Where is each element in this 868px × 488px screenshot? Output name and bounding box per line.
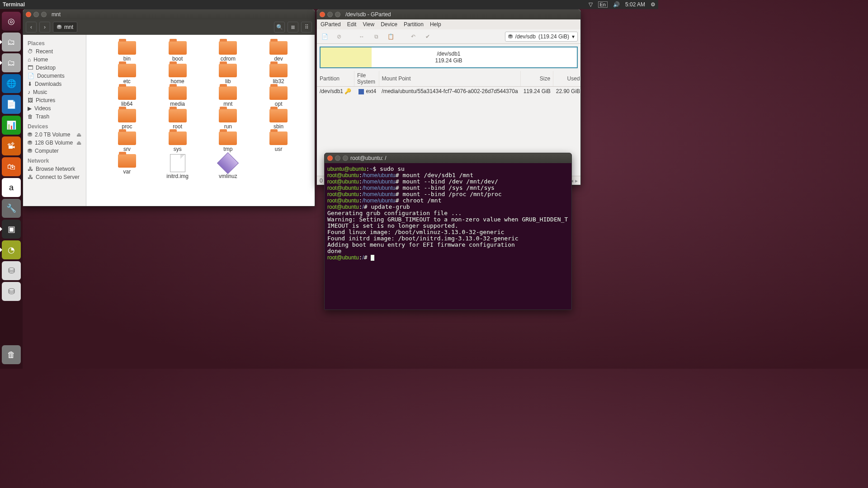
clock[interactable]: 5:02 AM bbox=[625, 1, 645, 8]
view-grid-button[interactable]: ⠿ bbox=[301, 22, 312, 33]
col-header[interactable]: Size bbox=[521, 71, 553, 87]
sound-icon[interactable]: 🔊 bbox=[613, 1, 620, 8]
minimize-icon[interactable] bbox=[335, 155, 340, 161]
launcher-calc[interactable]: 📊 bbox=[2, 116, 21, 135]
file-item[interactable]: lib bbox=[203, 64, 254, 84]
file-item[interactable]: initrd.img bbox=[152, 154, 203, 179]
file-item[interactable]: sbin bbox=[253, 109, 304, 130]
minimize-icon[interactable] bbox=[327, 12, 333, 17]
sidebar-item-trash[interactable]: 🗑Trash bbox=[25, 113, 84, 121]
undo-icon[interactable]: ↶ bbox=[408, 32, 418, 42]
menu-view[interactable]: View bbox=[363, 21, 374, 28]
table-row[interactable]: /dev/sdb1 🔑ext4/media/ubuntu/55a31434-fc… bbox=[317, 87, 581, 96]
sidebar-item-recent[interactable]: ⏱Recent bbox=[25, 47, 84, 56]
close-icon[interactable] bbox=[26, 12, 31, 17]
launcher-software-center[interactable]: 🛍 bbox=[2, 157, 21, 176]
sidebar-item-desktop[interactable]: 🗔Desktop bbox=[25, 64, 84, 72]
maximize-icon[interactable] bbox=[335, 12, 340, 17]
paste-icon[interactable]: 📋 bbox=[386, 32, 396, 42]
file-item[interactable]: dev bbox=[253, 41, 304, 62]
maximize-icon[interactable] bbox=[343, 155, 348, 161]
launcher-terminal[interactable]: ▣ bbox=[2, 220, 21, 239]
network-icon[interactable]: ▽ bbox=[589, 1, 593, 8]
copy-icon[interactable]: ⧉ bbox=[371, 32, 381, 42]
sidebar-device[interactable]: ⛃Computer bbox=[25, 147, 84, 155]
launcher-gparted[interactable]: ◔ bbox=[2, 240, 21, 259]
col-header[interactable]: File System bbox=[354, 71, 379, 87]
menu-partition[interactable]: Partition bbox=[404, 21, 424, 28]
device-selector[interactable]: ⛃ /dev/sdb (119.24 GiB) ▾ bbox=[505, 32, 578, 42]
launcher-files[interactable]: 🗂 bbox=[2, 33, 21, 52]
close-icon[interactable] bbox=[327, 155, 333, 161]
dash-icon[interactable]: ◎ bbox=[2, 12, 21, 31]
launcher-writer[interactable]: 📄 bbox=[2, 95, 21, 114]
file-item[interactable]: root bbox=[152, 109, 203, 130]
file-item[interactable]: lib32 bbox=[253, 64, 304, 84]
sidebar-item-pictures[interactable]: 🖼Pictures bbox=[25, 96, 84, 104]
icon-view[interactable]: binbootcdromdevetchomeliblib32lib64media… bbox=[86, 35, 315, 206]
menu-device[interactable]: Device bbox=[381, 21, 397, 28]
partition-graph[interactable]: /dev/sdb1 119.24 GiB bbox=[320, 47, 578, 68]
file-item[interactable]: mnt bbox=[203, 86, 254, 107]
file-item[interactable]: proc bbox=[102, 109, 152, 130]
view-list-button[interactable]: ≣ bbox=[288, 22, 298, 33]
sidebar-device[interactable]: ⛃128 GB Volume⏏ bbox=[25, 139, 84, 147]
file-item[interactable]: tmp bbox=[203, 131, 254, 152]
sidebar-item-documents[interactable]: 📄Documents bbox=[25, 72, 84, 80]
file-item[interactable]: etc bbox=[102, 64, 152, 84]
file-item[interactable]: opt bbox=[253, 86, 304, 107]
launcher-amazon[interactable]: a bbox=[2, 178, 21, 197]
file-item[interactable]: home bbox=[152, 64, 203, 84]
resize-icon[interactable]: ↔ bbox=[357, 32, 367, 42]
launcher-firefox[interactable]: 🌐 bbox=[2, 74, 21, 93]
session-icon[interactable]: ⚙ bbox=[651, 1, 656, 8]
maximize-icon[interactable] bbox=[41, 12, 47, 17]
new-partition-icon[interactable]: 📄 bbox=[320, 32, 330, 42]
hscroll-right-icon[interactable]: ▸ bbox=[575, 178, 578, 184]
apply-icon[interactable]: ✔ bbox=[423, 32, 433, 42]
col-header[interactable]: Partition bbox=[317, 71, 354, 87]
launcher-trash[interactable]: 🗑 bbox=[2, 345, 21, 364]
gparted-titlebar[interactable]: /dev/sdb - GParted bbox=[317, 9, 580, 19]
col-header[interactable]: Used bbox=[553, 71, 581, 87]
sidebar-item-videos[interactable]: ▶Videos bbox=[25, 104, 84, 113]
sidebar-device[interactable]: ⛃2.0 TB Volume⏏ bbox=[25, 131, 84, 139]
file-item[interactable]: var bbox=[102, 154, 152, 179]
file-item[interactable]: usr bbox=[253, 131, 304, 152]
files-titlebar[interactable]: mnt bbox=[23, 9, 315, 19]
col-header[interactable]: Mount Point bbox=[379, 71, 521, 87]
file-item[interactable]: media bbox=[152, 86, 203, 107]
sidebar-network-item[interactable]: 🖧Browse Network bbox=[25, 165, 84, 173]
forward-button[interactable]: › bbox=[39, 22, 50, 33]
search-button[interactable]: 🔍 bbox=[274, 22, 285, 33]
keyboard-indicator[interactable]: En bbox=[598, 1, 608, 8]
path-bar[interactable]: ⛃ mnt bbox=[53, 22, 77, 33]
file-item[interactable]: vmlinuz bbox=[203, 154, 254, 179]
launcher-files-2[interactable]: 🗂 bbox=[2, 53, 21, 72]
close-icon[interactable] bbox=[320, 12, 325, 17]
file-item[interactable]: sys bbox=[152, 131, 203, 152]
launcher-settings[interactable]: 🔧 bbox=[2, 199, 21, 218]
eject-icon[interactable]: ⏏ bbox=[76, 140, 81, 146]
file-item[interactable]: bin bbox=[102, 41, 152, 62]
terminal-body[interactable]: ubuntu@ubuntu:~$ sudo su root@ubuntu:/ho… bbox=[325, 163, 571, 263]
delete-icon[interactable]: ⊘ bbox=[334, 32, 344, 42]
sidebar-item-downloads[interactable]: ⬇Downloads bbox=[25, 80, 84, 88]
file-item[interactable]: cdrom bbox=[203, 41, 254, 62]
eject-icon[interactable]: ⏏ bbox=[76, 131, 81, 138]
file-item[interactable]: srv bbox=[102, 131, 152, 152]
sidebar-item-music[interactable]: ♪Music bbox=[25, 88, 84, 96]
launcher-disk-1[interactable]: ⛁ bbox=[2, 261, 21, 280]
file-item[interactable]: run bbox=[203, 109, 254, 130]
terminal-titlebar[interactable]: root@ubuntu: / bbox=[325, 153, 571, 163]
minimize-icon[interactable] bbox=[33, 12, 39, 17]
menu-help[interactable]: Help bbox=[430, 21, 441, 28]
back-button[interactable]: ‹ bbox=[26, 22, 37, 33]
menu-gparted[interactable]: GParted bbox=[321, 21, 341, 28]
sidebar-network-item[interactable]: 🖧Connect to Server bbox=[25, 173, 84, 181]
launcher-disk-2[interactable]: ⛁ bbox=[2, 282, 21, 301]
file-item[interactable]: boot bbox=[152, 41, 203, 62]
sidebar-item-home[interactable]: ⌂Home bbox=[25, 56, 84, 64]
file-item[interactable]: lib64 bbox=[102, 86, 152, 107]
menu-edit[interactable]: Edit bbox=[347, 21, 357, 28]
